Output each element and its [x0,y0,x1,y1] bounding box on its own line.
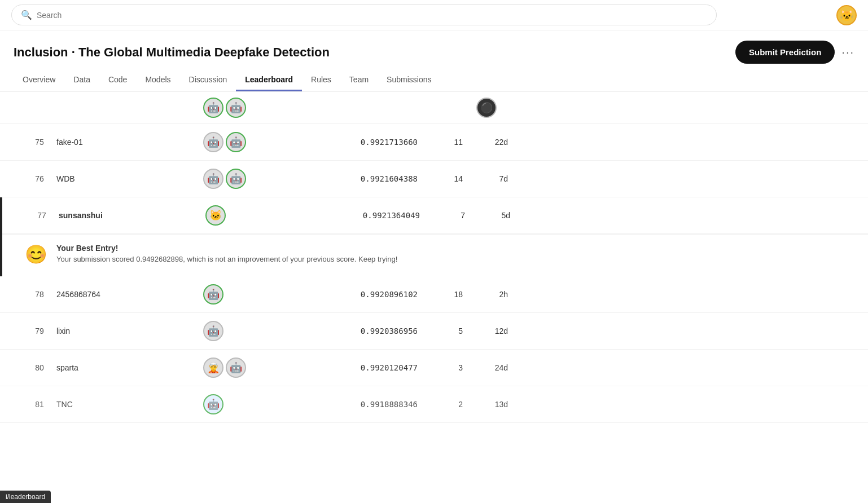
score: 0.9918888346 [305,400,418,409]
avatar: 🤖 [226,132,246,152]
best-entry-notice: 😊 Your Best Entry! Your submission score… [2,234,868,276]
score: 0.9921604388 [305,174,418,183]
last-submission: 13d [463,400,508,409]
best-entry-icon: 😊 [25,244,47,265]
submit-prediction-button[interactable]: Submit Prediction [735,41,835,64]
rank: 81 [23,400,56,409]
entries-count: 7 [420,211,465,220]
rank: 75 [23,138,56,147]
team-avatars: 🤖 [203,321,305,341]
avatar: 🤖 [203,98,223,118]
scroll-context-row: 🤖 🤖 ⚫ [0,92,868,124]
rank: 79 [23,326,56,336]
avatar: 🤖 [226,98,246,118]
team-name: TNC [56,400,203,409]
score: 0.9921713660 [305,138,418,147]
rank: 80 [23,363,56,372]
team-name: WDB [56,174,203,183]
user-avatar[interactable]: 🐱 [836,5,857,25]
tab-discussion[interactable]: Discussion [180,69,236,91]
table-row: 81 TNC 🤖 0.9918888346 2 13d [0,386,868,423]
tab-rules[interactable]: Rules [302,69,340,91]
search-wrapper: 🔍 [11,5,717,25]
score: 0.9920386956 [305,326,418,336]
best-entry-title: Your Best Entry! [56,244,845,253]
team-avatars: 🤖 [203,394,305,414]
entries-count: 18 [418,290,463,299]
tab-team[interactable]: Team [340,69,378,91]
tab-code[interactable]: Code [99,69,136,91]
entries-count: 3 [418,363,463,372]
page-title: Inclusion · The Global Multimedia Deepfa… [14,45,330,60]
team-avatars: 🤖 🤖 [203,169,305,189]
avatar: 🤖 [203,284,223,305]
avatar: ⚫ [476,98,497,118]
team-name: sparta [56,363,203,372]
avatar: 🤖 [226,169,246,189]
avatar: 🤖 [203,169,223,189]
entries-count: 11 [418,138,463,147]
avatar: 🧝 [203,358,223,378]
page-header: Inclusion · The Global Multimedia Deepfa… [0,30,868,64]
avatar: 🤖 [203,321,223,341]
table-row: 80 sparta 🧝 🤖 0.9920120477 3 24d [0,350,868,386]
last-submission: 7d [463,174,508,183]
entries-count: 5 [418,326,463,336]
best-entry-text: Your Best Entry! Your submission scored … [56,244,845,263]
tab-leaderboard[interactable]: Leaderboard [236,69,302,91]
team-name: fake-01 [56,138,203,147]
tab-data[interactable]: Data [64,69,99,91]
table-row: 78 2456868764 🤖 0.9920896102 18 2h [0,276,868,313]
table-row: 77 sunsanshui 🐱 0.9921364049 7 5d [2,197,868,234]
team-name: sunsanshui [59,211,205,220]
table-row: 75 fake-01 🤖 🤖 0.9921713660 11 22d [0,124,868,161]
team-avatars: 🤖 🤖 [203,132,305,152]
leaderboard: 🤖 🤖 ⚫ 75 fake-01 🤖 🤖 0.9921713660 11 22d… [0,92,868,423]
entries-count: 14 [418,174,463,183]
more-options-button[interactable]: ··· [841,46,854,59]
avatar: 🤖 [226,358,246,378]
last-submission: 24d [463,363,508,372]
header-actions: Submit Prediction ··· [735,41,854,64]
best-entry-description: Your submission scored 0.9492682898, whi… [56,255,845,263]
last-submission: 22d [463,138,508,147]
score: 0.9920120477 [305,363,418,372]
table-row: 76 WDB 🤖 🤖 0.9921604388 14 7d [0,161,868,197]
avatar: 🤖 [203,394,223,414]
tab-models[interactable]: Models [136,69,179,91]
avatar: 🤖 [203,132,223,152]
top-bar: 🔍 🐱 [0,0,868,30]
last-submission: 2h [463,290,508,299]
score: 0.9920896102 [305,290,418,299]
table-row: 79 lixin 🤖 0.9920386956 5 12d [0,313,868,350]
search-icon: 🔍 [21,10,32,20]
search-input[interactable] [37,11,707,20]
nav-tabs: Overview Data Code Models Discussion Lea… [0,64,868,92]
score: 0.9921364049 [307,211,420,220]
tab-submissions[interactable]: Submissions [378,69,440,91]
rank: 77 [25,211,59,220]
rank: 76 [23,174,56,183]
last-submission: 12d [463,326,508,336]
avatar: 🐱 [205,205,226,226]
entries-count: 2 [418,400,463,409]
team-name: lixin [56,326,203,336]
rank: 78 [23,290,56,299]
tab-overview[interactable]: Overview [14,69,64,91]
team-name: 2456868764 [56,290,203,299]
team-avatars: 🧝 🤖 [203,358,305,378]
current-user-section: 77 sunsanshui 🐱 0.9921364049 7 5d 😊 Your… [0,197,868,276]
team-avatars: 🐱 [205,205,307,226]
team-avatars: 🤖 [203,284,305,305]
last-submission: 5d [465,211,510,220]
